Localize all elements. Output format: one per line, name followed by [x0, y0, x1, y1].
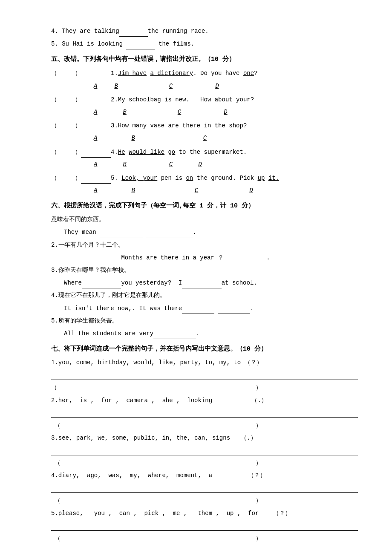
s7-q5-answer — [51, 521, 358, 531]
s7-q2-answer — [51, 409, 358, 418]
section5: 五、改错。下列各句中均有一处错误，请指出并改正。（10 分） （ ） 1.Jim… — [51, 54, 358, 196]
line-4: 4. They are talking the running race. — [51, 26, 358, 37]
s6-q3-en: Where you yesterday? I at school. — [64, 277, 358, 288]
page-content: 4. They are talking the running race. 5.… — [51, 26, 358, 544]
q3-paren: （ ） — [51, 122, 81, 129]
s7-q1-cn — [153, 383, 256, 393]
q1-b: B — [114, 81, 118, 92]
s7-q4-paren-close: ） — [256, 495, 358, 506]
q1-text: 1.Jim have a dictionary. Do you have one… — [111, 70, 258, 77]
q2-text: 2.My schoolbag is new. How about your? — [111, 96, 254, 103]
s7-q5-translation: （ ） — [51, 533, 358, 544]
blank-5-1 — [126, 38, 155, 49]
section5-q3: （ ） 3.How many vase are there in the sho… — [51, 120, 358, 131]
q1-abcd: A B C D — [94, 81, 358, 92]
q2-blank — [81, 94, 111, 105]
section4-lines: 4. They are talking the running race. 5.… — [51, 26, 358, 49]
q1-a: A — [94, 81, 97, 92]
s6-q2-en: Months are there in a year ？ . — [64, 252, 358, 263]
s7-q2-translation: （ ） — [51, 420, 358, 431]
s7-q4-answer — [51, 484, 358, 493]
s7-q5-paren-open: （ — [51, 533, 153, 544]
q3-abcd: A B C — [94, 133, 358, 144]
s7-q3-cn — [153, 458, 256, 469]
q1-d: D — [215, 81, 219, 92]
q2-d: D — [224, 107, 227, 118]
section6-title: 六、根据所给汉语，完成下列句子（每空一词,每空 1 分，计 10 分） — [51, 200, 358, 212]
q5-paren: （ ） — [51, 175, 81, 181]
q2-c: C — [178, 107, 181, 118]
s7-q3-answer — [51, 446, 358, 455]
q2-abcd: A B C D — [94, 107, 358, 118]
q3-blank — [81, 120, 111, 131]
section5-q5: （ ） 5. Look, your pen is on the ground. … — [51, 173, 358, 184]
s7-q1-paren-close: ） — [256, 383, 358, 393]
section5-q2: （ ） 2.My schoolbag is new. How about you… — [51, 94, 358, 105]
q1-blank — [81, 68, 111, 79]
line-5: 5. Su Hai is looking the films. — [51, 38, 358, 49]
section6: 六、根据所给汉语，完成下列句子（每空一词,每空 1 分，计 10 分） 意味着不… — [51, 200, 358, 339]
s7-q3-paren-open: （ — [51, 458, 153, 469]
q4-abcd: A B C D — [94, 159, 358, 170]
s6-q4: 4.现在它不在那儿了，刚才它是在那儿的。 — [51, 290, 358, 301]
s6-q3: 3.你昨天在哪里？我在学校。 — [51, 265, 358, 276]
q2-b: B — [123, 107, 126, 118]
s6-q2: 2.一年有几个月？十二个。 — [51, 240, 358, 250]
s7-q4-paren-open: （ — [51, 495, 153, 506]
s6-q5: 5.所有的学生都很兴奋。 — [51, 316, 358, 326]
s7-q3-words: 3.see, park, we, some, public, in, the, … — [51, 433, 358, 443]
section5-title: 五、改错。下列各句中均有一处错误，请指出并改正。（10 分） — [51, 54, 358, 65]
s6-q1-cn: 意味着不同的东西。 — [51, 214, 358, 225]
q3-b: B — [131, 133, 135, 144]
q5-d: D — [249, 185, 253, 196]
s6-q1-en: They mean . — [64, 227, 358, 238]
s7-q3-paren-close: ） — [256, 458, 358, 469]
s7-q1-paren-open: （ — [51, 383, 153, 393]
s7-q2-words: 2.her, is , for , camera , she , looking… — [51, 395, 358, 406]
s7-q4-words: 4.diary, ago, was, my, where, moment, a … — [51, 470, 358, 481]
q5-c: C — [195, 185, 198, 196]
blank-4-1 — [119, 26, 148, 37]
s7-q4-cn — [153, 495, 256, 506]
q2-a: A — [94, 107, 97, 118]
q3-c: C — [203, 133, 207, 144]
q4-paren: （ ） — [51, 149, 81, 155]
q4-a: A — [94, 159, 97, 170]
q4-c: C — [169, 159, 173, 170]
s6-q4-en: It isn't there now,. It was there . — [64, 303, 358, 314]
q2-paren: （ ） — [51, 96, 81, 103]
q4-b: B — [123, 159, 126, 170]
q1-c: C — [169, 81, 173, 92]
section5-q1: （ ） 1.Jim have a dictionary. Do you have… — [51, 68, 358, 79]
q3-a: A — [94, 133, 97, 144]
section7-title: 七、将下列单词连成一个完整的句子，并在括号内写出中文意思。（10 分） — [51, 343, 358, 355]
section7: 七、将下列单词连成一个完整的句子，并在括号内写出中文意思。（10 分） 1.yo… — [51, 343, 358, 544]
s7-q1-answer — [51, 371, 358, 380]
section5-q4: （ ） 4.He would like go to the supermarke… — [51, 147, 358, 158]
s7-q1-translation: （ ） — [51, 383, 358, 393]
s6-q5-en: All the students are very . — [64, 328, 358, 339]
q4-text: 4.He would like go to the supermarket. — [111, 149, 247, 155]
s7-q2-paren-open: （ — [51, 420, 153, 431]
q5-blank — [81, 173, 111, 184]
s7-q4-translation: （ ） — [51, 495, 358, 506]
q1-paren: （ ） — [51, 70, 81, 77]
s7-q2-cn — [153, 420, 256, 431]
q4-blank — [81, 147, 111, 158]
s7-q3-translation: （ ） — [51, 458, 358, 469]
q5-a: A — [94, 185, 97, 196]
q5-b: B — [131, 185, 135, 196]
s7-q5-paren-close: ） — [256, 533, 358, 544]
s7-q5-cn — [153, 533, 256, 544]
s7-q2-paren-close: ） — [256, 420, 358, 431]
q5-text: 5. Look, your pen is on the ground. Pick… — [111, 175, 279, 181]
s7-q1-words: 1.you, come, birthday, would, like, part… — [51, 357, 358, 368]
s7-q5-words: 5.please, you , can , pick , me , them ,… — [51, 508, 358, 519]
q3-text: 3.How many vase are there in the shop? — [111, 122, 247, 129]
q4-d: D — [198, 159, 202, 170]
q5-abcd: A B C D — [94, 185, 358, 196]
